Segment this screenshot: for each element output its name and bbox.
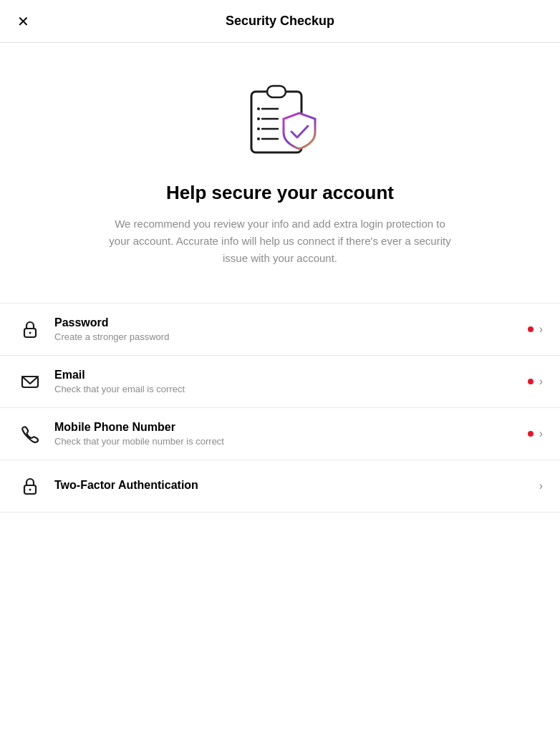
content-password: Password Create a stronger password	[54, 316, 528, 342]
subtitle-password: Create a stronger password	[54, 331, 528, 342]
alert-dot-mobile-phone	[528, 431, 534, 437]
list-item-email[interactable]: Email Check that your email is correct ›	[0, 356, 560, 408]
hero-description: We recommend you review your info and ad…	[108, 215, 452, 267]
hero-illustration	[233, 72, 327, 165]
security-list: Password Create a stronger password › Em…	[0, 303, 560, 513]
svg-point-9	[257, 137, 260, 140]
item-right-password: ›	[528, 323, 543, 336]
icon-email	[17, 369, 43, 394]
title-password: Password	[54, 316, 528, 329]
chevron-icon-email: ›	[539, 375, 543, 388]
chevron-icon-password: ›	[539, 323, 543, 336]
icon-mobile-phone	[17, 421, 43, 447]
content-mobile-phone: Mobile Phone Number Check that your mobi…	[54, 421, 528, 447]
svg-point-3	[257, 107, 260, 110]
chevron-icon-two-factor: ›	[539, 480, 543, 492]
hero-section: Help secure your account We recommend yo…	[0, 43, 560, 281]
item-right-two-factor: ›	[539, 480, 543, 492]
subtitle-email: Check that your email is correct	[54, 384, 528, 394]
close-button[interactable]: ✕	[17, 14, 29, 29]
alert-dot-password	[528, 326, 534, 332]
list-item-two-factor[interactable]: Two-Factor Authentication ›	[0, 460, 560, 513]
title-mobile-phone: Mobile Phone Number	[54, 421, 528, 434]
list-item-mobile-phone[interactable]: Mobile Phone Number Check that your mobi…	[0, 408, 560, 460]
content-two-factor: Two-Factor Authentication	[54, 479, 539, 494]
title-email: Email	[54, 369, 528, 382]
svg-point-7	[257, 127, 260, 130]
svg-point-11	[29, 332, 32, 334]
svg-rect-1	[267, 86, 286, 97]
page-title: Security Checkup	[226, 14, 334, 29]
hero-title: Help secure your account	[166, 182, 394, 204]
icon-password	[17, 316, 43, 342]
icon-two-factor	[17, 473, 43, 499]
subtitle-mobile-phone: Check that your mobile number is correct	[54, 436, 528, 447]
list-item-password[interactable]: Password Create a stronger password ›	[0, 304, 560, 356]
chevron-icon-mobile-phone: ›	[539, 427, 543, 440]
title-two-factor: Two-Factor Authentication	[54, 479, 539, 492]
svg-point-5	[257, 117, 260, 120]
item-right-email: ›	[528, 375, 543, 388]
content-email: Email Check that your email is correct	[54, 369, 528, 394]
header: ✕ Security Checkup	[0, 0, 560, 43]
alert-dot-email	[528, 379, 534, 384]
item-right-mobile-phone: ›	[528, 427, 543, 440]
svg-point-14	[29, 489, 32, 491]
